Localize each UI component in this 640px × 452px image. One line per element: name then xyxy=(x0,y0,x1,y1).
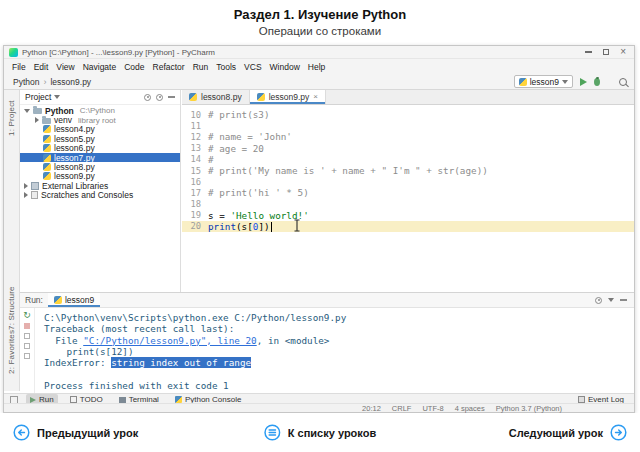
prev-lesson-button[interactable]: Предыдущий урок xyxy=(13,413,138,452)
search-everywhere-icon[interactable] xyxy=(619,78,627,86)
gear-icon[interactable] xyxy=(595,297,602,304)
console-file-link[interactable]: "C:/Python/lesson9.py", line 20 xyxy=(83,335,257,346)
editor-tab-lesson8-py[interactable]: lesson8.py xyxy=(182,90,250,104)
console-segment: , in <module> xyxy=(257,335,330,346)
menu-file[interactable]: File xyxy=(8,62,30,72)
tree-item-lesson6-py[interactable]: lesson6.py xyxy=(20,144,180,153)
menu-view[interactable]: View xyxy=(52,62,78,72)
code-segment: s = xyxy=(208,210,230,221)
console-segment: Traceback (most recent call last): xyxy=(44,323,234,334)
rerun-icon[interactable]: ↻ xyxy=(23,311,31,319)
console-segment: IndexError: xyxy=(44,357,111,368)
run-panel-actions xyxy=(595,297,634,304)
run-button[interactable] xyxy=(580,78,587,86)
locate-file-icon[interactable] xyxy=(144,94,151,101)
breadcrumb-item[interactable]: lesson9.py xyxy=(50,77,91,87)
status-item-utf-8[interactable]: UTF-8 xyxy=(422,404,443,413)
tree-item-venv[interactable]: venvlibrary root xyxy=(20,115,180,124)
restore-layout-icon[interactable] xyxy=(24,333,30,339)
collapse-icon[interactable] xyxy=(608,298,614,302)
console-line: IndexError: string index out of range xyxy=(44,357,634,368)
stop-icon[interactable] xyxy=(24,323,30,329)
tool-window-button-project[interactable]: 1: Project xyxy=(7,100,16,136)
tree-item-python[interactable]: PythonC:\Python xyxy=(20,106,180,115)
code-line[interactable]: 10# print(s3) xyxy=(182,109,634,120)
menu-run[interactable]: Run xyxy=(189,62,213,72)
editor-tab-label: lesson8.py xyxy=(201,92,242,102)
chevron-down-icon xyxy=(562,80,568,84)
status-item-4-spaces[interactable]: 4 spaces xyxy=(455,404,485,413)
run-console[interactable]: C:\Python\venv\Scripts\python.exe C:/Pyt… xyxy=(35,308,634,393)
minimize-icon[interactable] xyxy=(585,51,592,53)
breadcrumb-item[interactable]: Python xyxy=(13,77,39,87)
menu-edit[interactable]: Edit xyxy=(30,62,53,72)
status-item-20-12[interactable]: 20:12 xyxy=(362,404,381,413)
maximize-icon[interactable] xyxy=(603,49,609,55)
tree-item-lesson5-py[interactable]: lesson5.py xyxy=(20,134,180,143)
editor-tab-lesson9-py[interactable]: lesson9.py× xyxy=(250,90,326,104)
code-line[interactable]: 12# name = 'John' xyxy=(182,131,634,142)
run-configuration-select[interactable]: lesson9 xyxy=(514,75,573,88)
tool-window-button-favorites[interactable]: 2: Favorites xyxy=(7,330,16,374)
code-line[interactable]: 20print(s[0]) xyxy=(182,221,634,232)
code-line[interactable]: 11 xyxy=(182,120,634,131)
editor-tab-bar: lesson8.pylesson9.py× xyxy=(182,90,634,105)
page-title: Раздел 1. Изучение Python xyxy=(0,7,640,22)
scroll-to-end-icon[interactable] xyxy=(24,353,30,359)
python-file-icon xyxy=(54,296,62,304)
code-line[interactable]: 16 xyxy=(182,176,634,187)
tool-window-button-structure[interactable]: 7: Structure xyxy=(7,286,16,330)
pin-tab-icon[interactable] xyxy=(24,343,30,349)
menu-refactor[interactable]: Refactor xyxy=(149,62,189,72)
library-icon xyxy=(31,182,39,190)
code-segment: # age = 20 xyxy=(208,143,264,154)
menu-vcs[interactable]: VCS xyxy=(240,62,265,72)
status-item-python-3-7-python-[interactable]: Python 3.7 (Python) xyxy=(496,404,562,413)
status-item-crlf[interactable]: CRLF xyxy=(392,404,412,413)
course-footer: Предыдущий урок К списку уроков Следующи… xyxy=(0,413,640,452)
menu-window[interactable]: Window xyxy=(266,62,304,72)
tree-item-lesson9-py[interactable]: lesson9.py xyxy=(20,172,180,181)
lessons-list-button[interactable]: К списку уроков xyxy=(264,413,376,452)
next-lesson-button[interactable]: Следующий урок xyxy=(509,413,627,452)
code-text: # age = 20 xyxy=(208,143,264,154)
menu-code[interactable]: Code xyxy=(120,62,148,72)
project-panel-header: Project xyxy=(20,90,180,105)
tree-item-lesson8-py[interactable]: lesson8.py xyxy=(20,162,180,171)
code-line[interactable]: 19s = 'Hello world!' xyxy=(182,210,634,221)
run-actions-strip: ↻ xyxy=(20,308,35,393)
tree-item-lesson4-py[interactable]: lesson4.py xyxy=(20,125,180,134)
gear-icon[interactable] xyxy=(156,94,163,101)
menu-help[interactable]: Help xyxy=(304,62,329,72)
run-tab[interactable]: lesson9 xyxy=(48,293,100,307)
terminal-icon xyxy=(119,397,126,403)
console-segment: Process finished with exit code 1 xyxy=(44,380,229,391)
code-line[interactable]: 13# age = 20 xyxy=(182,143,634,154)
code-line[interactable]: 17# print('hi ' * 5) xyxy=(182,187,634,198)
menu-tools[interactable]: Tools xyxy=(212,62,240,72)
code-text: # name = 'John' xyxy=(208,131,292,142)
code-segment: ]) xyxy=(258,221,269,232)
list-circle-icon xyxy=(264,424,281,441)
project-panel-title[interactable]: Project xyxy=(25,92,51,102)
tree-item-lesson7-py[interactable]: lesson7.py xyxy=(20,153,180,162)
tree-item-label: Scratches and Consoles xyxy=(41,190,133,200)
close-icon[interactable]: × xyxy=(620,48,626,56)
debug-button[interactable] xyxy=(594,78,600,86)
console-line: C:\Python\venv\Scripts\python.exe C:/Pyt… xyxy=(44,312,634,323)
tree-item-scratches-and-consoles[interactable]: Scratches and Consoles xyxy=(20,191,180,200)
code-line[interactable]: 15# print('My name is ' + name + " I'm "… xyxy=(182,165,634,176)
code-segment: (s[ xyxy=(236,221,253,232)
code-area[interactable]: 10# print(s3)1112# name = 'John'13# age … xyxy=(182,105,634,292)
code-line[interactable]: 14# xyxy=(182,154,634,165)
hide-panel-icon[interactable] xyxy=(168,96,175,98)
event-icon xyxy=(578,396,585,403)
menu-navigate[interactable]: Navigate xyxy=(79,62,121,72)
code-line[interactable]: 18 xyxy=(182,199,634,210)
arrow-left-circle-icon xyxy=(13,424,30,441)
close-tab-icon[interactable]: × xyxy=(313,93,318,101)
console-line: Process finished with exit code 1 xyxy=(44,380,634,391)
pycharm-window: Python [C:\Python] - ...\lesson9.py [Pyt… xyxy=(3,45,635,413)
tree-item-external-libraries[interactable]: External Libraries xyxy=(20,181,180,190)
hide-panel-icon[interactable] xyxy=(620,299,627,301)
